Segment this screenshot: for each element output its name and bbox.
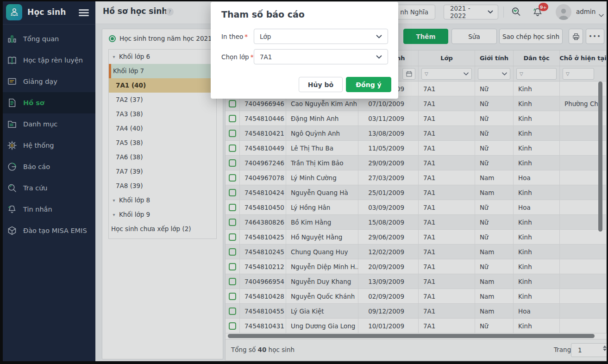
window-frame — [0, 0, 3, 364]
chevron-down-icon — [376, 55, 382, 59]
app-window: Học sinh Tổng quanHọc tập rèn luyệnGiảng… — [0, 0, 608, 364]
report-parameters-dialog: Tham số báo cáo In theo* Lớp Chọn lớp* 7… — [211, 2, 398, 99]
cancel-button[interactable]: Hủy bỏ — [299, 77, 343, 92]
required-asterisk: * — [251, 53, 254, 61]
dialog-title: Tham số báo cáo — [221, 9, 305, 19]
choose-class-select[interactable]: 7A1 — [254, 49, 388, 64]
window-frame — [0, 361, 608, 364]
print-by-value: Lớp — [260, 33, 271, 40]
window-frame — [0, 0, 608, 1]
print-by-label: In theo* — [221, 33, 248, 40]
choose-class-label: Chọn lớp* — [221, 53, 253, 61]
confirm-button[interactable]: Đồng ý — [346, 77, 391, 92]
required-asterisk: * — [244, 33, 248, 40]
choose-class-value: 7A1 — [260, 53, 272, 61]
print-by-select[interactable]: Lớp — [254, 29, 388, 44]
chevron-down-icon — [376, 35, 382, 38]
